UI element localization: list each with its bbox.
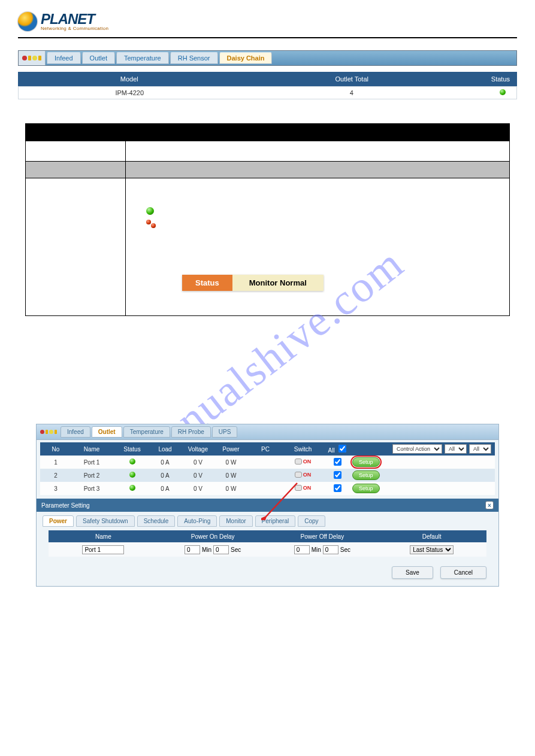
tab2-ups[interactable]: UPS <box>212 426 238 438</box>
param-name-input[interactable] <box>82 545 124 554</box>
amber-bar-icon <box>38 56 41 60</box>
red-dot-icon <box>22 56 27 60</box>
red-dot-icon <box>40 430 44 434</box>
sec-label: Sec <box>231 546 241 553</box>
sec-label: Sec <box>340 546 350 553</box>
outlet-row: 1Port 10 A0 V0 WONSetup <box>40 456 495 469</box>
row-load: 0 A <box>149 472 182 479</box>
row-switch: ON <box>283 459 322 466</box>
poff-min-input[interactable] <box>294 545 310 554</box>
ptab-peripheral[interactable]: Peripheral <box>255 515 296 527</box>
explanation-table: Status Monitor Normal <box>25 123 510 316</box>
tab2-outlet[interactable]: Outlet <box>92 426 122 438</box>
min-label: Min <box>202 546 211 553</box>
tab2-temperature[interactable]: Temperature <box>123 426 170 438</box>
row-switch: ON <box>283 472 322 479</box>
row-status <box>116 459 149 466</box>
row-no: 2 <box>44 472 68 479</box>
tab-temperature[interactable]: Temperature <box>116 52 169 64</box>
tab-rh-sensor[interactable]: RH Sensor <box>170 52 218 64</box>
row-select-checkbox[interactable] <box>334 471 341 479</box>
switch-toggle-icon[interactable] <box>295 485 302 491</box>
switch-toggle-icon[interactable] <box>295 472 302 478</box>
tab-outlet[interactable]: Outlet <box>82 52 115 64</box>
status-green-icon <box>129 459 135 464</box>
yellow-dot-icon <box>49 430 53 434</box>
col-power: Power <box>214 446 247 453</box>
setup-button[interactable]: Setup <box>352 457 380 467</box>
outlet-table-header: No Name Status Load Voltage Power PC Swi… <box>40 442 495 456</box>
col-pc: PC <box>247 446 283 453</box>
pon-sec-input[interactable] <box>213 545 229 554</box>
status-green-icon <box>500 89 506 95</box>
poff-sec-input[interactable] <box>323 545 338 554</box>
ptab-power[interactable]: Power <box>43 515 74 527</box>
col-load: Load <box>149 446 182 453</box>
col-outlet-total: Outlet Total <box>241 75 464 83</box>
col-name: Name <box>68 446 116 453</box>
outlet-row: 2Port 20 A0 V0 WONSetup <box>40 469 495 482</box>
status-pill: Status Monitor Normal <box>182 275 324 291</box>
all-select-2[interactable]: All <box>469 444 491 454</box>
legend-disconnected-icon <box>146 220 156 228</box>
control-action-select[interactable]: Control Action <box>392 444 442 454</box>
setup-button[interactable]: Setup <box>352 484 380 493</box>
row-name: Port 2 <box>68 472 116 479</box>
pon-min-input[interactable] <box>185 545 200 554</box>
row-voltage: 0 V <box>182 472 214 479</box>
row-power: 0 W <box>214 459 247 466</box>
row-voltage: 0 V <box>182 485 214 492</box>
tab-daisy-chain[interactable]: Daisy Chain <box>219 52 273 64</box>
status-pill-label: Status <box>182 275 232 291</box>
all-checkbox[interactable] <box>338 445 346 453</box>
daisy-chain-table-header: Model Outlet Total Status <box>18 72 517 86</box>
pcol-name: Name <box>49 533 158 540</box>
tab2-infeed[interactable]: Infeed <box>61 426 90 438</box>
all-select-1[interactable]: All <box>445 444 467 454</box>
tab-bar-daisy-chain: Infeed Outlet Temperature RH Sensor Dais… <box>18 50 517 66</box>
header-divider <box>18 37 517 38</box>
min-label: Min <box>312 546 321 553</box>
setup-button[interactable]: Setup <box>352 470 380 480</box>
parameter-tab-bar: Power Safety Shutdown Schedule Auto-Ping… <box>37 512 498 527</box>
daisy-chain-table-row: IPM-4220 4 <box>18 86 517 99</box>
cancel-button[interactable]: Cancel <box>440 566 486 579</box>
outlet-total-value: 4 <box>241 89 463 96</box>
row-name: Port 3 <box>68 485 116 492</box>
ptab-monitor[interactable]: Monitor <box>219 515 252 527</box>
col-status: Status <box>463 75 517 83</box>
status-value <box>463 89 516 96</box>
ptab-auto-ping[interactable]: Auto-Ping <box>177 515 217 527</box>
default-select[interactable]: Last Status <box>410 545 454 554</box>
parameter-data-row: Min Sec Min Sec Last Status <box>49 542 486 557</box>
amber-bar-icon <box>46 430 48 434</box>
tab-bar-outlet: Infeed Outlet Temperature RH Probe UPS <box>37 424 498 440</box>
col-model: Model <box>18 75 241 83</box>
row-switch: ON <box>283 485 322 492</box>
save-button[interactable]: Save <box>392 566 433 579</box>
pcol-power-off-delay: Power Off Delay <box>268 533 377 540</box>
pcol-power-on-delay: Power On Delay <box>158 533 268 540</box>
ptab-schedule[interactable]: Schedule <box>137 515 176 527</box>
outlet-row: 3Port 30 A0 V0 WONSetup <box>40 482 495 495</box>
parameter-setting-header: Parameter Setting × <box>37 499 498 512</box>
ptab-copy[interactable]: Copy <box>298 515 325 527</box>
status-indicator-box <box>19 51 46 65</box>
row-power: 0 W <box>214 472 247 479</box>
row-select-checkbox[interactable] <box>334 458 341 466</box>
row-voltage: 0 V <box>182 459 214 466</box>
amber-bar-icon <box>28 56 31 60</box>
outlet-screenshot: Infeed Outlet Temperature RH Probe UPS N… <box>36 424 499 587</box>
col-no: No <box>44 446 68 453</box>
parameter-setting-title: Parameter Setting <box>41 502 90 509</box>
row-select-checkbox[interactable] <box>334 484 341 492</box>
ptab-safety-shutdown[interactable]: Safety Shutdown <box>76 515 135 527</box>
tab-infeed[interactable]: Infeed <box>47 52 81 64</box>
tab2-rh-probe[interactable]: RH Probe <box>171 426 211 438</box>
close-icon[interactable]: × <box>485 501 494 509</box>
yellow-dot-icon <box>32 56 37 60</box>
switch-toggle-icon[interactable] <box>295 459 302 464</box>
status-green-icon <box>129 485 135 491</box>
pcol-default: Default <box>377 533 486 540</box>
parameter-buttons: Save Cancel <box>37 557 498 586</box>
